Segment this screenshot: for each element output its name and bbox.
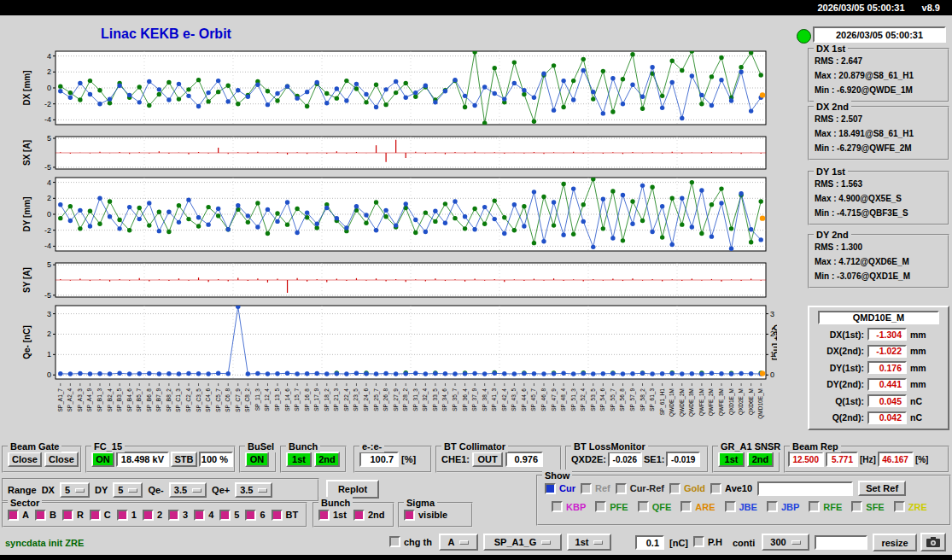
stats-box-dy-1st: DY 1st RMS : 1.563 Max : 4.900@QX5E_S Mi… [808, 171, 949, 225]
range-qe-minus-select[interactable]: 3.5 [169, 482, 207, 498]
checkbox-indicator [545, 483, 556, 494]
beam-gate-close-2-button[interactable]: Close [44, 452, 79, 467]
monitor-label: DY(2nd): [815, 379, 864, 389]
svg-text:5: 5 [47, 260, 51, 269]
mode-select[interactable]: A [439, 534, 478, 551]
fc15-on-button[interactable]: ON [91, 452, 114, 467]
sector-checkbox-4[interactable]: 4 [194, 510, 213, 521]
svg-text:-2: -2 [44, 100, 51, 108]
stats-rms: RMS : 2.507 [815, 112, 943, 126]
svg-text:SP_36_4: SP_36_4 [462, 388, 469, 411]
svg-text:SP_16_8: SP_16_8 [304, 388, 311, 411]
range-group: Range DX 5 DY 5 Qe- 3.5 Qe+ 3.5 [2, 478, 319, 502]
sector-checkbox-bt[interactable]: BT [272, 510, 299, 521]
resize-button[interactable]: resize [873, 534, 917, 551]
busel-on-button[interactable]: ON [245, 452, 269, 467]
checkbox-indicator [725, 501, 736, 512]
svg-text:SP_C6_8: SP_C6_8 [225, 388, 231, 412]
sector-checkbox-3[interactable]: 3 [168, 510, 188, 521]
replot-button[interactable]: Replot [326, 480, 379, 499]
show-ave10-checkbox[interactable]: Ave10 [710, 483, 752, 494]
show-pfe-checkbox[interactable]: PFE [595, 501, 628, 512]
sigma-group: Sigma visible [398, 502, 473, 528]
bunch-1st-checkbox[interactable]: 1st [318, 510, 347, 521]
show-qfe-checkbox[interactable]: QFE [638, 501, 672, 512]
show-zre-checkbox[interactable]: ZRE [894, 501, 927, 512]
status-entry-input[interactable] [815, 535, 867, 550]
svg-text:-2: -2 [44, 226, 51, 235]
sector-checkbox-b[interactable]: B [35, 510, 56, 521]
svg-text:QXD2E_M: QXD2E_M [738, 388, 745, 415]
beam-rep-percent-label: [%] [915, 455, 929, 464]
show-cur-checkbox[interactable]: Cur [545, 483, 575, 494]
bunch-2nd-button[interactable]: 2nd [314, 452, 340, 467]
orbit-app-window: 2026/03/05 05:00:31 v8.9 Linac KEKB e- O… [0, 0, 952, 560]
show-gold-checkbox[interactable]: Gold [669, 483, 705, 494]
sp-monitor-select[interactable]: SP_A1_G [483, 534, 562, 551]
sector-checkbox-6[interactable]: 6 [245, 510, 265, 521]
show-are-checkbox[interactable]: ARE [680, 501, 715, 512]
show-sfe-checkbox[interactable]: SFE [851, 501, 884, 512]
bt-lossmonitor-title: BT LossMonitor [571, 440, 648, 452]
svg-text:3: 3 [770, 310, 774, 318]
show-cur-ref-checkbox[interactable]: Cur-Ref [616, 483, 664, 494]
svg-text:QXD6E_M: QXD6E_M [748, 388, 755, 415]
bunch-select[interactable]: 1st [567, 534, 611, 551]
sector-checkbox-c[interactable]: C [90, 510, 111, 521]
show-ref-checkbox[interactable]: Ref [581, 483, 610, 494]
show-rfe-checkbox[interactable]: RFE [809, 501, 842, 512]
svg-text:SP_17_9: SP_17_9 [313, 388, 320, 411]
ee-ratio-value: 100.7 [359, 452, 399, 467]
monitor-label: DX(1st): [815, 330, 864, 340]
gr-snsr-2nd-button[interactable]: 2nd [747, 452, 774, 467]
monitor-row: Q(1st): 0.045 nC [809, 393, 948, 410]
bunch-2nd-checkbox[interactable]: 2nd [353, 510, 385, 521]
svg-text:SP_44_6: SP_44_6 [521, 388, 528, 411]
fc15-group: FC_15 ON 18.498 kV STB 100 % [85, 446, 236, 473]
che1-out-button[interactable]: OUT [472, 452, 503, 467]
fc15-stb-button[interactable]: STB [171, 452, 197, 467]
range-dx-select[interactable]: 5 [60, 482, 90, 498]
sector-checkbox-2[interactable]: 2 [143, 510, 162, 521]
snapshot-button[interactable] [920, 533, 946, 551]
svg-text:DY [mm]: DY [mm] [22, 197, 32, 232]
monitor-label: DY(1st): [815, 363, 864, 373]
ee-ratio-title: e-:e- [359, 440, 384, 452]
svg-text:SP_57_9: SP_57_9 [629, 388, 636, 411]
gr-snsr-1st-button[interactable]: 1st [718, 452, 745, 467]
fc15-title: FC_15 [91, 440, 125, 452]
sector-checkbox-5[interactable]: 5 [219, 510, 239, 521]
svg-text:SP_45_7: SP_45_7 [530, 388, 537, 411]
sector-checkbox-1[interactable]: 1 [117, 510, 137, 521]
checkbox-indicator [272, 510, 283, 521]
range-qe-plus-select[interactable]: 3.5 [235, 482, 272, 498]
svg-text:SP_31_3: SP_31_3 [412, 388, 419, 411]
sector-checkbox-a[interactable]: A [8, 510, 29, 521]
svg-text:SP_55_7: SP_55_7 [610, 388, 616, 411]
checkbox-indicator [404, 510, 415, 521]
svg-text:0: 0 [47, 370, 51, 379]
ph-checkbox[interactable]: P.H [693, 536, 722, 547]
beam-gate-close-1-button[interactable]: Close [8, 452, 42, 467]
sector-checkbox-r[interactable]: R [62, 510, 84, 521]
show-jbe-checkbox[interactable]: JBE [725, 501, 757, 512]
sigma-visible-checkbox[interactable]: visible [404, 510, 447, 521]
che1-value: 0.976 [505, 452, 543, 467]
ref-name-input[interactable] [757, 481, 853, 496]
chg-th-checkbox[interactable]: chg th [389, 536, 432, 547]
range-dx-label: DX [42, 485, 55, 495]
range-dy-select[interactable]: 5 [113, 482, 143, 498]
svg-text:SP_61_H1: SP_61_H1 [659, 388, 666, 416]
threshold-value: 0.1 [635, 535, 664, 550]
svg-text:SP_24_6: SP_24_6 [363, 388, 370, 411]
se1-label: SE1: [644, 454, 664, 464]
monitor-row: DY(2nd): 0.441 mm [809, 376, 948, 394]
checkbox-indicator [62, 510, 73, 521]
points-select[interactable]: 300 [762, 534, 809, 551]
show-kbp-checkbox[interactable]: KBP [552, 501, 586, 512]
set-ref-button[interactable]: Set Ref [858, 481, 906, 496]
bunch-select-group: Bunch 1st 2nd [280, 446, 347, 473]
show-jbp-checkbox[interactable]: JBP [767, 501, 799, 512]
beam-rep-group: Beam Rep 12.500 5.771 [Hz] 46.167 [%] [784, 446, 949, 473]
bunch-1st-button[interactable]: 1st [286, 452, 312, 467]
